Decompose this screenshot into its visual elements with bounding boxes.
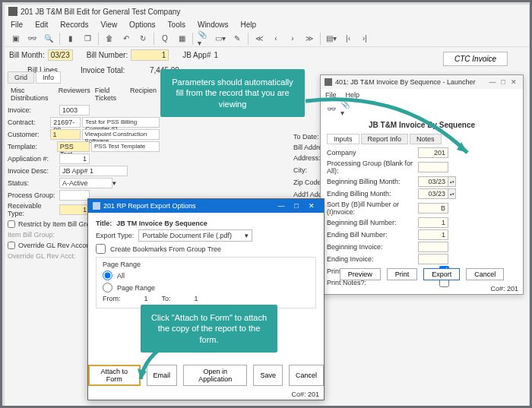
status-field[interactable]: A-Active: [59, 178, 112, 188]
bookmarks-checkbox[interactable]: [96, 244, 106, 254]
l-bbn-field[interactable]: 1: [418, 217, 448, 228]
subtab-misc[interactable]: Misc Distributions: [11, 87, 54, 102]
email-button[interactable]: Email: [147, 365, 178, 386]
menu-options[interactable]: Options: [129, 21, 155, 29]
l-pg-label: Processing Group (Blank for All):: [327, 160, 418, 175]
ltab-notes[interactable]: Notes: [410, 134, 442, 144]
invoice-field[interactable]: 1003: [59, 105, 90, 115]
last-rec-icon[interactable]: ›|: [359, 33, 371, 45]
refresh-icon[interactable]: ↻: [137, 33, 149, 45]
export-type-select[interactable]: Portable Document File (.pdf)▾: [138, 229, 252, 242]
export-title-value: JB TM Invoice By Sequence: [116, 220, 207, 227]
l-ebm-field[interactable]: 03/23: [418, 188, 448, 199]
nav-prev-icon[interactable]: ‹: [270, 33, 282, 45]
tab-grid[interactable]: Grid: [8, 71, 34, 84]
save-button[interactable]: Save: [253, 365, 283, 386]
l-binv-field[interactable]: [418, 242, 448, 252]
close-icon[interactable]: ✕: [508, 78, 519, 86]
undo-icon[interactable]: ↶: [120, 33, 132, 45]
contract-label: Contract:: [8, 119, 50, 126]
ltab-reportinfo[interactable]: Report Info: [361, 134, 409, 144]
restrict-checkbox[interactable]: [8, 220, 15, 228]
jb-app-label: JB App#: [182, 51, 211, 59]
menu-view[interactable]: View: [101, 21, 118, 29]
menu-file[interactable]: File: [11, 21, 23, 29]
grid-icon[interactable]: ▦: [176, 33, 188, 45]
maximize-icon[interactable]: □: [498, 78, 508, 86]
launcher-menu-file[interactable]: File: [325, 91, 337, 99]
copy-icon[interactable]: ❐: [81, 33, 93, 45]
cancel-button[interactable]: Cancel: [466, 268, 504, 280]
spinner-icon[interactable]: ▴▾: [448, 176, 456, 187]
related-icon[interactable]: ▭▾: [214, 33, 226, 45]
menu-windows[interactable]: Windows: [198, 21, 229, 29]
launcher-menu-help[interactable]: Help: [346, 91, 360, 99]
override-checkbox[interactable]: [8, 242, 15, 249]
chevron-down-icon[interactable]: ▾: [112, 179, 116, 187]
binoculars-icon[interactable]: 🔍: [43, 33, 55, 45]
export-min-icon[interactable]: —: [274, 202, 289, 210]
invdesc-label: Invoice Desc:: [8, 167, 59, 175]
first-rec-icon[interactable]: |‹: [342, 33, 354, 45]
menu-help[interactable]: Help: [241, 21, 257, 29]
subtab-recipients[interactable]: Recipien: [130, 87, 157, 102]
pg-label: Process Group:: [8, 191, 59, 199]
preview-icon[interactable]: 👓: [325, 103, 337, 115]
l-einv-label: Ending Invoice:: [327, 255, 418, 263]
page-range-group: Page Range All Page Range From:1 To:1: [96, 257, 316, 308]
nav-next-icon[interactable]: ›: [287, 33, 299, 45]
open-app-button[interactable]: Open in Application: [183, 365, 247, 386]
spinner-icon[interactable]: ▴▾: [448, 188, 456, 199]
callout-attach: Click "Attach to Form" to attach the cop…: [141, 305, 277, 353]
bill-month-field[interactable]: 03/23: [48, 49, 73, 61]
print-button[interactable]: Print: [387, 268, 418, 280]
attach-icon[interactable]: 📎▾: [198, 33, 210, 45]
nav-first-icon[interactable]: ≪: [253, 33, 265, 45]
minimize-icon[interactable]: —: [487, 78, 498, 86]
delete-icon[interactable]: 🗑: [103, 33, 116, 45]
main-toolbar: ▣ 👓 🔍 ▮ ❐ 🗑 ↶ ↻ Q ▦ 📎▾ ▭▾ ✎ ≪ ‹ › ≫ ▤▾ |…: [5, 30, 529, 47]
subtab-tickets[interactable]: Field Tickets: [95, 87, 125, 102]
all-label: All: [117, 272, 125, 280]
recv-field[interactable]: 1: [59, 204, 90, 215]
preview-button[interactable]: Preview: [340, 268, 381, 280]
appnum-field[interactable]: 1: [59, 153, 90, 164]
ctc-invoice-button[interactable]: CTC Invoice: [443, 52, 508, 66]
nav-last-icon[interactable]: ≫: [303, 33, 315, 45]
bill-number-field[interactable]: 1: [131, 49, 169, 61]
menu-edit[interactable]: Edit: [35, 21, 48, 29]
settings-icon[interactable]: Q: [159, 33, 171, 45]
l-company-field[interactable]: 201: [418, 147, 448, 158]
new-icon[interactable]: ▮: [65, 33, 77, 45]
invdesc-field[interactable]: JB App# 1: [59, 166, 128, 176]
template-field[interactable]: PSS Test: [57, 141, 90, 152]
search-icon[interactable]: 👓: [26, 33, 38, 45]
export-max-icon[interactable]: □: [289, 202, 304, 210]
attach-to-form-button[interactable]: Attach to Form: [88, 365, 141, 386]
customer-field[interactable]: 1: [50, 129, 81, 140]
l-pg-field[interactable]: [418, 162, 448, 172]
contract-field: 21697-00: [50, 117, 81, 128]
subtab-reviewers[interactable]: Reviewers: [59, 87, 90, 102]
ltab-inputs[interactable]: Inputs: [327, 134, 359, 144]
l-einv-field[interactable]: [418, 254, 448, 264]
menu-records[interactable]: Records: [60, 21, 88, 29]
export-button[interactable]: Export: [423, 268, 460, 280]
save-icon[interactable]: ▣: [9, 33, 21, 45]
pg-field[interactable]: [59, 190, 90, 201]
notes-icon[interactable]: ✎: [231, 33, 243, 45]
l-ebn-field[interactable]: 1: [418, 229, 448, 240]
chevron-down-icon: ▾: [245, 232, 249, 239]
l-sort-field[interactable]: B: [418, 203, 448, 213]
from-label: From:: [103, 295, 121, 302]
export-close-icon[interactable]: ✕: [304, 202, 319, 210]
tab-info[interactable]: Info: [36, 71, 61, 84]
launcher-footer: Co#: 201: [490, 285, 518, 293]
range-radio[interactable]: [103, 283, 112, 293]
menu-tools[interactable]: Tools: [168, 21, 185, 29]
all-radio[interactable]: [103, 270, 112, 280]
export-cancel-button[interactable]: Cancel: [289, 365, 324, 386]
attach2-icon[interactable]: 📎▾: [340, 103, 353, 115]
table-icon[interactable]: ▤▾: [325, 33, 337, 45]
l-bbm-field[interactable]: 03/23: [418, 176, 448, 187]
